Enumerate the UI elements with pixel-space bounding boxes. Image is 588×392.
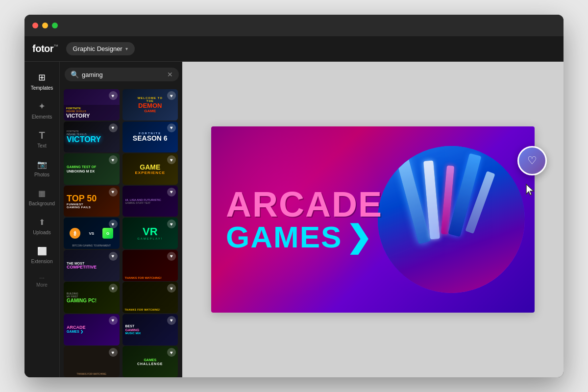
search-icon: 🔍 <box>71 71 79 78</box>
heart-icon: ♥ <box>109 220 118 228</box>
search-wrap: 🔍 ✕ <box>65 68 179 81</box>
template-card[interactable]: FORTNITE INSANE 79 KILLS VICTORY ♥ <box>64 122 120 153</box>
photos-icon: 📷 <box>36 158 48 170</box>
main-content: ⊞ Templates ✦ Elements T Text 📷 Photos ▦… <box>24 62 564 377</box>
template-card[interactable]: BEST GAMING MUSIC MIX ♥ <box>122 314 178 345</box>
sidebar-item-label: Templates <box>31 85 53 91</box>
template-card[interactable]: BUILDING MY FIRST GAMING PC! ♥ <box>64 282 120 313</box>
heart-icon: ♥ <box>167 155 176 164</box>
heart-icon: ♥ <box>109 348 118 357</box>
template-card[interactable]: THANKS FOR WATCHING! ♥ <box>122 282 178 313</box>
template-card[interactable]: WELCOME TO THE Demon GAME ♥ <box>122 89 178 121</box>
close-dot[interactable] <box>32 23 38 28</box>
clear-search-button[interactable]: ✕ <box>167 71 173 78</box>
canvas-area: ARCADE GAMES ❯ <box>182 62 564 377</box>
template-card[interactable]: GAME EXPERIENCE ♥ <box>122 153 178 185</box>
mouse-cursor <box>525 183 537 195</box>
sidebar-item-label: Photos <box>34 172 49 177</box>
heart-icon: ♥ <box>109 155 118 164</box>
sidebar-item-uploads[interactable]: ⬆ Uploads <box>27 212 57 239</box>
app-bar: fotor™ Graphic Designer ▾ <box>24 36 564 62</box>
template-card[interactable]: THANKS FOR WATCHING! ♥ <box>122 250 178 281</box>
background-icon: ▦ <box>36 187 48 199</box>
uploads-icon: ⬆ <box>36 216 48 228</box>
canvas-paper[interactable]: ARCADE GAMES ❯ <box>211 126 535 313</box>
heart-icon: ♥ <box>109 123 118 132</box>
sidebar-item-label: Elements <box>32 114 52 120</box>
heart-icon: ♥ <box>167 123 176 132</box>
sidebar-item-more[interactable]: ··· More <box>32 270 51 292</box>
sidebar-item-label: Extension <box>31 259 53 264</box>
titlebar <box>24 15 564 36</box>
canvas-image: ARCADE GAMES ❯ <box>211 126 535 313</box>
sidebar: ⊞ Templates ✦ Elements T Text 📷 Photos ▦… <box>24 62 60 377</box>
sidebar-item-extension[interactable]: ⬜ Extension <box>27 241 57 268</box>
search-input[interactable] <box>82 71 164 78</box>
arcade-title: ARCADE GAMES ❯ <box>226 187 383 252</box>
heart-icon: ♥ <box>109 188 118 196</box>
heart-icon: ♥ <box>109 284 118 293</box>
sidebar-item-photos[interactable]: 📷 Photos <box>27 154 57 181</box>
sidebar-item-label: Uploads <box>33 230 51 235</box>
template-card[interactable]: ARCADE GAMES ❯ ♥ <box>64 314 120 345</box>
template-card[interactable]: ToP 50 FUNNIEST GAMING FAILS ♥ <box>64 186 120 217</box>
more-label: More <box>36 282 48 288</box>
sidebar-item-label: Text <box>37 143 46 148</box>
more-icon: ··· <box>39 274 45 281</box>
heart-icon: ♥ <box>167 91 176 100</box>
fullscreen-dot[interactable] <box>52 23 58 28</box>
text-icon: T <box>36 129 48 141</box>
heart-icon: ♥ <box>109 316 118 325</box>
chevron-down-icon: ▾ <box>125 46 128 51</box>
templates-panel: 🔍 ✕ ⊟ FORTNITE INSANE 19 KILLS <box>60 62 182 377</box>
arcade-games-text: GAMES <box>226 222 342 252</box>
arcade-line1: ARCADE <box>226 187 383 222</box>
template-card[interactable]: ₿ VS G BITCOIN GAMING TOURNAMENT ♥ <box>64 218 120 249</box>
logo-text: fotor <box>32 43 53 54</box>
template-card[interactable]: THANKS FOR WATCHING ♥ <box>64 346 120 377</box>
template-card[interactable]: GAMING TEST OF UNBOXING M DX ♥ <box>64 153 120 185</box>
favorite-fab-button[interactable]: ♡ <box>517 146 547 175</box>
sidebar-item-templates[interactable]: ⊞ Templates <box>27 68 57 95</box>
sidebar-item-text[interactable]: T Text <box>27 125 57 152</box>
logo: fotor™ <box>32 43 58 54</box>
templates-grid: FORTNITE INSANE 19 KILLS VICTORY ♥ WELCO… <box>60 87 182 377</box>
search-bar: 🔍 ✕ ⊟ <box>60 62 182 87</box>
template-card[interactable]: GAMES CHALLENGE ♥ <box>122 346 178 377</box>
template-card[interactable]: FORTNITE INSANE 19 KILLS VICTORY ♥ <box>64 89 120 121</box>
dropdown-label: Graphic Designer <box>73 45 122 52</box>
mode-dropdown[interactable]: Graphic Designer ▾ <box>66 42 135 55</box>
logo-sup: ™ <box>53 44 58 49</box>
sidebar-item-label: Background <box>29 201 55 206</box>
arcade-line2: GAMES ❯ <box>226 222 383 252</box>
heart-icon: ♥ <box>167 252 176 261</box>
sidebar-item-elements[interactable]: ✦ Elements <box>27 97 57 123</box>
heart-icon: ♥ <box>109 252 118 261</box>
arcade-circle-image <box>378 146 525 293</box>
heart-icon: ♥ <box>167 316 176 325</box>
template-card[interactable]: VR GAMEPLAY! ♥ <box>122 218 178 249</box>
extension-icon: ⬜ <box>36 245 48 257</box>
template-card[interactable]: THE MOST COMPETITIVE ♥ <box>64 250 120 281</box>
template-card[interactable]: Hi, Lisa and futuristic gaming stuff tex… <box>122 186 178 217</box>
minimize-dot[interactable] <box>42 23 48 28</box>
elements-icon: ✦ <box>36 100 48 112</box>
arcade-arrow-icon: ❯ <box>346 222 372 252</box>
heart-fab-icon: ♡ <box>527 154 537 167</box>
template-card[interactable]: Fortnite SEASON 6 ♥ <box>122 122 178 153</box>
app-window: fotor™ Graphic Designer ▾ ⊞ Templates ✦ … <box>24 15 564 377</box>
heart-icon: ♥ <box>167 188 176 196</box>
templates-icon: ⊞ <box>36 72 48 83</box>
sidebar-item-background[interactable]: ▦ Background <box>27 183 57 210</box>
heart-icon: ♥ <box>109 91 118 100</box>
